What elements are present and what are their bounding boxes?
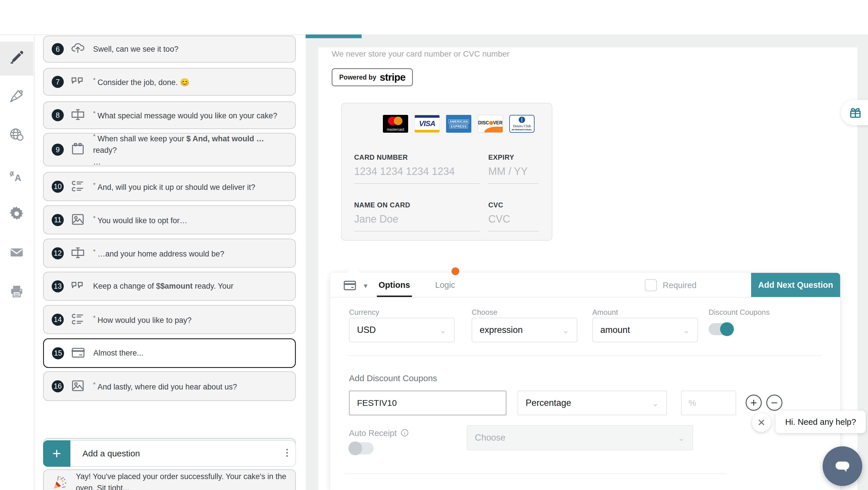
rail-item-globe[interactable] [0,120,33,151]
question-card-6[interactable]: 6 Swell, can we see it too? [43,36,296,63]
chevron-down-icon: ⌄ [562,325,569,335]
cloud-upload-icon [70,41,86,57]
card-number-underline [354,183,480,184]
discount-coupons-toggle[interactable] [709,323,733,335]
theme-brush-icon [9,88,25,105]
question-number-badge: 14 [52,314,64,326]
question-type-icon [69,311,86,328]
add-question-label: Add a question [83,449,140,458]
expiry-label: EXPIRY [488,153,514,161]
question-text: *How would you like to pay? [93,313,192,326]
divider [345,473,727,474]
add-question-body[interactable]: Add a question [70,440,296,467]
question-text: *Consider the job, done. 😊 [93,75,190,89]
question-card-9[interactable]: 9 *When shall we keep your $ And, what w… [43,133,296,166]
mastercard-logo: mastercard [383,115,408,133]
question-card-11[interactable]: 11 *You would like to opt for… [43,205,296,234]
question-number-badge: 7 [52,76,64,88]
ending-card[interactable]: Yay! You've placed your order successful… [43,469,296,490]
cvc-underline [488,231,539,232]
remove-coupon-button[interactable]: − [766,395,782,411]
currency-select[interactable]: USD⌄ [349,318,455,342]
divider [349,355,822,356]
tab-options[interactable]: Options [378,273,410,297]
name-on-card-input[interactable]: Jane Doe [354,213,398,225]
rail-item-translate[interactable]: aA [0,160,33,192]
chevron-down-icon: ⌄ [678,433,685,443]
question-card-16[interactable]: 16 *And lastly, where did you hear about… [43,371,296,401]
cvc-input[interactable]: CVC [488,213,510,225]
question-type-icon [69,73,86,90]
cvc-label: CVC [488,201,503,209]
question-card-10[interactable]: 10 *And, will you pick it up or should w… [43,172,296,201]
required-toggle[interactable]: Required [645,279,696,291]
question-number-badge: 13 [52,280,64,293]
question-card-7[interactable]: 7 *Consider the job, done. 😊 [43,68,296,96]
chevron-down-icon: ⌄ [652,398,659,408]
amount-label: Amount [592,308,618,317]
chevron-down-icon: ⌄ [439,325,447,335]
rail-item-settings-gear[interactable] [0,198,33,230]
add-next-question-button[interactable]: Add Next Question [751,273,840,297]
rail-item-edit-pencil[interactable] [0,42,33,74]
stripe-badge: Powered by stripe [332,68,413,86]
translate-icon: aA [9,167,25,185]
question-text: Swell, can we see it too? [93,43,178,55]
question-text: *And, will you pick it up or should we d… [93,180,255,193]
settings-gear-icon [9,206,25,223]
discount-coupons-label: Discount Coupons [709,308,770,317]
quotes-icon [70,73,86,90]
question-number-badge: 6 [52,43,64,55]
rail-item-theme-brush[interactable] [0,81,33,113]
required-asterisk: * [93,248,96,255]
choose-label: Choose [472,308,497,317]
question-card-13[interactable]: 13 Keep a change of $$amount ready. Your [43,272,296,301]
rail-item-email-envelope[interactable] [0,237,33,269]
expiry-input[interactable]: MM / YY [488,165,528,178]
powered-by-label: Powered by [339,73,376,81]
amount-select[interactable]: amount⌄ [592,318,698,342]
question-card-15[interactable]: 15 Almost there... [43,338,296,368]
question-card-14[interactable]: 14 *How would you like to pay? [43,305,296,334]
rewards-tab[interactable] [841,100,868,125]
name-on-card-label: NAME ON CARD [354,201,410,209]
question-number-badge: 10 [52,181,64,193]
auto-receipt-select[interactable]: Choose⌄ [467,425,693,450]
add-coupon-button[interactable]: + [746,395,762,411]
coupon-type-select[interactable]: Percentage⌄ [518,391,667,415]
question-number-badge: 11 [52,214,64,226]
rail-item-printer[interactable] [0,277,33,308]
card-number-input[interactable]: 1234 1234 1234 1234 [354,165,455,178]
question-text: Keep a change of $$amount ready. Your [93,280,234,292]
card-security-note: We never store your card number or CVC n… [332,50,509,59]
top-bar [0,0,868,35]
close-help-button[interactable]: ✕ [752,413,771,432]
auto-receipt-row: Auto Receipt [349,429,409,438]
tab-logic[interactable]: Logic [435,273,455,297]
coupon-code-input[interactable]: FESTIV10 [349,391,506,415]
add-question-menu-icon[interactable] [285,448,289,458]
tool-rail: aA [0,34,34,490]
question-card-12[interactable]: 12 *…and your home address would be? [43,239,296,268]
required-checkbox[interactable] [645,279,657,291]
question-number-badge: 16 [52,380,64,392]
notification-dot [452,267,459,275]
coupon-amount-input[interactable]: % [681,391,736,415]
auto-receipt-label: Auto Receipt [349,429,397,438]
add-question-button[interactable]: + [43,440,70,467]
question-card-8[interactable]: 8 *What special message would you like o… [43,101,296,129]
expiry-underline [488,183,539,184]
required-asterisk: * [93,133,96,140]
expression-select[interactable]: expression⌄ [472,318,577,342]
question-number-badge: 8 [52,109,64,121]
auto-receipt-toggle[interactable] [349,442,374,454]
required-asterisk: * [93,381,96,388]
name-underline [354,231,480,232]
chat-button[interactable] [823,446,862,486]
question-text: *What special message would you like on … [93,109,277,122]
question-text: *You would like to opt for… [93,213,187,226]
diners-club-logo: Diners Club INTERNATIONAL [509,115,534,133]
add-discount-coupons-title: Add Discount Coupons [349,373,437,383]
edit-pencil-icon [9,50,25,67]
question-type-selector[interactable]: ▼ [342,278,369,294]
